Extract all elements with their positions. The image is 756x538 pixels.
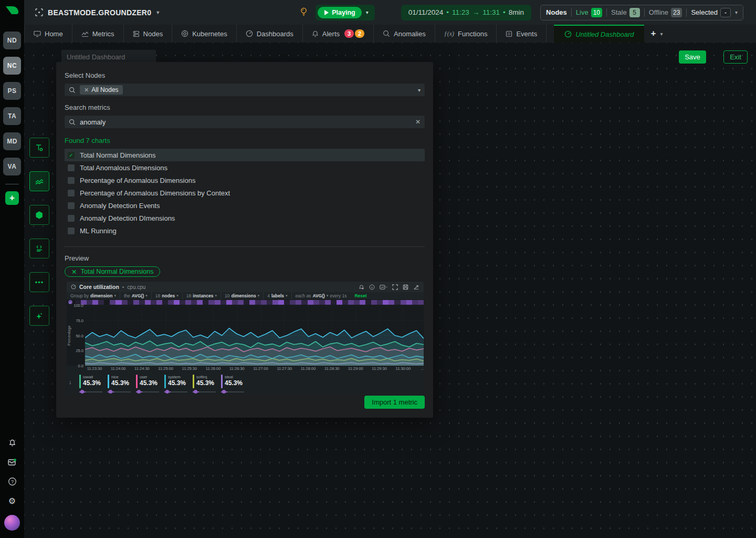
save-button[interactable]: Save [679,50,706,64]
nodes-status-box[interactable]: Nodes Live 10 Stale 5 Offline 23 [540,5,743,20]
add-tab-button[interactable]: + ▾ [644,25,669,43]
legend-item[interactable]: iowait45.3% [79,375,102,394]
nodes-icon [133,30,140,37]
legend-item[interactable]: softirq45.3% [193,375,216,394]
search-metrics-input[interactable]: anomaly ✕ [65,116,425,128]
tab-nodes[interactable]: Nodes [124,25,173,43]
aggregation-dropdown[interactable]: theAVG()▾ [120,292,152,299]
chart-header-icons [359,284,419,290]
dimension-slider[interactable] [193,390,216,394]
chart-info-icon[interactable] [369,284,375,290]
checkbox[interactable] [68,227,75,234]
tab-anomalies[interactable]: Anomalies [374,25,435,43]
markdown-tool-button[interactable] [29,239,49,258]
add-space-button[interactable]: + [5,191,19,205]
chart-alert-icon[interactable] [359,284,364,290]
chart-fullscreen-icon[interactable] [392,284,398,290]
nodes-dropdown-chevron-icon[interactable]: ▾ [418,87,421,93]
all-nodes-chip[interactable]: ✕All Nodes [80,85,123,95]
checkbox-checked[interactable]: ✓ [68,152,75,159]
dimensions-dropdown[interactable]: 10dimensions▾ [221,292,264,299]
chart-option-row[interactable]: Anomaly Detection Events [65,199,425,212]
chart-save-icon[interactable] [403,284,408,290]
checkbox[interactable] [68,164,75,171]
notifications-bell-icon[interactable] [7,437,17,448]
events-icon [506,30,512,37]
chart-option-row[interactable]: Percentage of Anomalous Dimensions by Co… [65,187,425,199]
chart-tool-button[interactable] [29,171,49,191]
chart-drag-icon[interactable] [413,284,419,290]
select-nodes-input[interactable]: ✕All Nodes ▾ [65,84,425,96]
legend-sort-icon[interactable]: ↓ [69,379,74,385]
dimension-slider[interactable] [164,390,187,394]
reset-button[interactable]: Reset [350,293,371,298]
netdata-logo[interactable] [0,0,24,24]
legend-item[interactable]: steal45.3% [221,375,244,394]
dimension-slider[interactable] [108,390,131,394]
dimension-slider[interactable] [221,390,244,394]
dimension-slider[interactable] [136,390,159,394]
checkbox[interactable] [68,215,75,222]
shape-tool-button[interactable]: ⬢ [29,205,49,225]
chart-option-row[interactable]: Anomaly Detection DImensions [65,212,425,224]
dimension-slider[interactable] [79,390,102,394]
help-icon[interactable]: ? [7,476,17,487]
tab-untitled-dashboard[interactable]: Untitled Dashboard [554,25,644,43]
space-item-md[interactable]: MD [3,132,21,150]
more-tools-button[interactable]: ••• [29,272,49,292]
legend-item[interactable]: system45.3% [164,375,187,394]
tab-dashboards[interactable]: Dashboards [237,25,303,43]
import-metric-button[interactable]: Import 1 metric [364,396,425,409]
nodes-stale: Stale 5 [611,8,640,17]
preview-metric-chip[interactable]: ✕Total Normal Dimensions [65,266,160,277]
search-query-text: anomaly [80,118,106,126]
chart-option-row[interactable]: Total Anomalous Dimensions [65,161,425,174]
legend-item[interactable]: user45.3% [136,375,159,394]
chart-option-row[interactable]: ML Running [65,224,425,237]
checkbox[interactable] [68,202,75,209]
tab-kubernetes[interactable]: Kubernetes [172,25,237,43]
space-item-ta[interactable]: TA [3,107,21,125]
space-item-va[interactable]: VA [3,158,21,175]
tab-events[interactable]: Events [497,25,547,43]
chart-option-row[interactable]: ✓Total Normal Dimensions [65,149,425,161]
timeagg-dropdown[interactable]: each asAVG()▾every 1s [292,292,351,299]
space-selector[interactable]: BEASTMODE.GROUNDZER0 ▾ [35,8,160,17]
checkbox[interactable] [68,177,75,184]
legend-item[interactable]: nice45.3% [108,375,131,394]
inbox-news-icon[interactable] [7,457,17,467]
user-avatar[interactable] [4,515,20,531]
settings-gear-icon[interactable]: ⚙ [7,495,17,506]
sidebar-divider [5,184,19,184]
labels-dropdown[interactable]: 4labels▾ [264,292,291,299]
groupby-dropdown[interactable]: Group bydimension▾ [67,292,120,299]
tab-list-chevron-icon: ▾ [660,31,663,37]
space-item-ps[interactable]: PS [3,82,21,100]
chart-option-row[interactable]: Percentage of Anomalous Dimensions [65,174,425,187]
anomaly-ribbon[interactable]: ✓ [67,299,424,305]
tab-alerts[interactable]: Alerts 3 2 [303,25,374,43]
dashboards-icon [246,30,253,37]
checkbox[interactable] [68,190,75,196]
date-range-picker[interactable]: 01/11/2024• 11:23 → 11:31 •8min [401,5,531,20]
date-label: 01/11/2024 [408,8,444,16]
chart-plot[interactable] [85,305,424,366]
search-icon [69,87,76,94]
exit-button[interactable]: Exit [723,50,748,64]
news-bulb-icon[interactable] [299,7,308,18]
tab-home[interactable]: Home [24,25,72,43]
instances-dropdown[interactable]: 18instances▾ [183,292,221,299]
clear-search-icon[interactable]: ✕ [415,118,421,126]
dashboard-tab-icon [564,30,572,38]
chip-remove-icon[interactable]: ✕ [71,268,77,276]
tab-functions[interactable]: ƒ(x) Functions [435,25,497,43]
chart-type-icon[interactable] [380,284,387,290]
nodes-dropdown[interactable]: 18nodes▾ [152,292,183,299]
play-control[interactable]: Playing ▾ [316,5,375,20]
space-item-nd[interactable]: ND [3,32,21,49]
space-item-nc[interactable]: NC [3,57,21,75]
chip-remove-icon[interactable]: ✕ [84,87,89,94]
ai-sparkle-tool-button[interactable] [29,306,49,326]
tab-metrics[interactable]: Metrics [72,25,124,43]
text-tool-button[interactable] [29,138,49,158]
